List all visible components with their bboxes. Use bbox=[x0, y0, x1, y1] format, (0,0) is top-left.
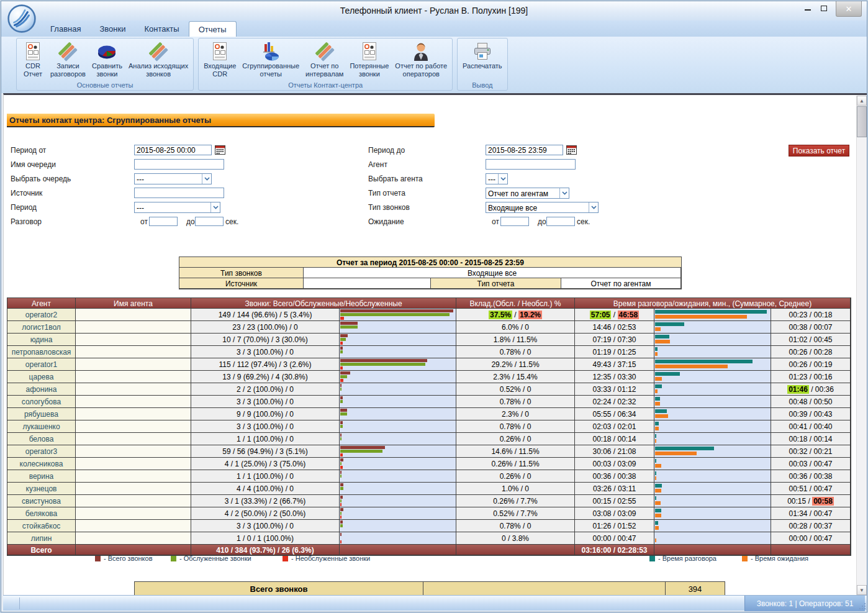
calls-bars-cell bbox=[340, 346, 456, 358]
report-type-select-label: Тип отчета bbox=[368, 189, 405, 198]
total-calls-label: Всего звонков bbox=[135, 582, 423, 596]
agent-cell[interactable]: рябушева bbox=[7, 408, 76, 420]
agent-cell[interactable]: белова bbox=[7, 433, 76, 445]
agent-cell[interactable]: operator1 bbox=[7, 358, 76, 371]
calendar-icon[interactable] bbox=[566, 145, 577, 155]
agent-name-cell bbox=[76, 420, 191, 433]
total-calls-bar bbox=[340, 421, 343, 424]
agent-cell[interactable]: логист1вол bbox=[7, 321, 76, 334]
agent-cell[interactable]: лукашенко bbox=[7, 420, 76, 433]
scroll-down-icon[interactable]: ▼ bbox=[857, 585, 867, 595]
ribbon-button-label: Потерянные звонки bbox=[350, 62, 389, 78]
call-type-select[interactable]: Входящие все bbox=[486, 202, 599, 213]
tab-calls[interactable]: Звонки bbox=[90, 21, 135, 37]
talk-range-from-input[interactable] bbox=[149, 217, 178, 226]
time-bars-cell bbox=[654, 408, 771, 420]
agent-cell[interactable]: царева bbox=[7, 371, 76, 383]
time-avg-cell: 01:23 / 00:16 bbox=[771, 371, 851, 383]
talk-time-bar bbox=[655, 521, 658, 525]
talk-time-bar bbox=[655, 347, 658, 351]
agent-name-input[interactable] bbox=[486, 159, 576, 170]
agent-cell[interactable]: кузнецов bbox=[7, 483, 76, 495]
agent-cell[interactable]: липин bbox=[7, 532, 76, 545]
talk-time-bar bbox=[655, 459, 656, 463]
tab-reports[interactable]: Отчеты bbox=[189, 21, 237, 37]
maximize-button[interactable] bbox=[816, 1, 832, 15]
talk-time-bar bbox=[655, 496, 656, 500]
legend-label: - Обслуженные звонки bbox=[179, 555, 251, 562]
agent-select[interactable]: --- bbox=[486, 173, 508, 184]
calls-bars-cell bbox=[340, 358, 456, 371]
served-calls-bar bbox=[340, 400, 343, 403]
legend-total-calls: - Всего звонков bbox=[95, 555, 152, 562]
agent-name-cell bbox=[76, 470, 191, 483]
ribbon-button-label: Отчет по работе операторов bbox=[395, 62, 447, 78]
ribbon-button-grouped-reports[interactable]: Сгруппированные отчеты bbox=[239, 40, 302, 81]
agent-cell[interactable]: сологубова bbox=[7, 396, 76, 408]
period-to-input[interactable]: 2015-08-25 23:59 bbox=[486, 145, 563, 155]
minimize-button[interactable] bbox=[800, 1, 816, 15]
agent-cell[interactable]: юдина bbox=[7, 334, 76, 346]
ribbon-group-label: Отчеты Контакт-центра bbox=[199, 81, 452, 90]
scrollbar-thumb[interactable] bbox=[857, 106, 867, 137]
agent-name-cell bbox=[76, 408, 191, 420]
time-sum-cell: 12:35 / 03:30 bbox=[575, 371, 654, 383]
agent-cell[interactable]: петропавловская bbox=[7, 346, 76, 358]
section-header: Отчеты контакт центра: Сгруппированные о… bbox=[7, 114, 435, 127]
agent-name-cell bbox=[76, 445, 191, 458]
time-bars-cell bbox=[654, 532, 771, 545]
ribbon-button-outgoing-calls-analysis[interactable]: Анализ исходящих звонков bbox=[125, 40, 191, 81]
show-report-button[interactable]: Показать отчет bbox=[789, 145, 849, 157]
calendar-icon[interactable] bbox=[215, 145, 225, 155]
total-calls-bar bbox=[340, 446, 385, 449]
wait-range-to-input[interactable] bbox=[546, 217, 575, 226]
ribbon-button-interval-report[interactable]: Отчет по интервалам bbox=[302, 40, 346, 81]
total-calls-bars bbox=[340, 545, 456, 555]
legend-total-calls-swatch-icon bbox=[95, 556, 101, 561]
tab-contacts[interactable]: Контакты bbox=[135, 21, 188, 37]
agent-cell[interactable]: operator3 bbox=[7, 445, 76, 458]
total-calls-bar bbox=[340, 396, 343, 399]
time-sum-cell: 02:24 / 02:32 bbox=[575, 396, 654, 408]
talk-range-to-input[interactable] bbox=[195, 217, 224, 226]
ribbon-button-lost-calls[interactable]: Потерянные звонки bbox=[346, 40, 392, 81]
calls-bars-cell bbox=[340, 532, 456, 545]
wait-range-unit-label: сек. bbox=[577, 217, 590, 226]
time-avg-cell: 00:41 / 00:40 bbox=[771, 420, 851, 433]
agent-cell[interactable]: верина bbox=[7, 470, 76, 483]
agent-cell[interactable]: колесникова bbox=[7, 458, 76, 470]
total-time-cell: 03:16:00 / 02:28:53 bbox=[575, 545, 654, 555]
ribbon-button-call-records[interactable]: Записи разговоров bbox=[47, 40, 89, 81]
summary-call-type-value: Входящие все bbox=[304, 268, 681, 278]
chevron-down-icon bbox=[589, 202, 598, 212]
ribbon-button-print[interactable]: Распечатать bbox=[459, 40, 505, 81]
agent-cell[interactable]: operator2 bbox=[7, 309, 76, 321]
agent-cell[interactable]: стойка6кос bbox=[7, 520, 76, 532]
period-select[interactable]: --- bbox=[134, 202, 220, 213]
resize-grip-icon[interactable] bbox=[859, 602, 867, 610]
queue-select[interactable]: --- bbox=[134, 173, 212, 184]
calls-count-cell: 3 / 3 (100.0%) / 0 bbox=[191, 396, 340, 408]
ribbon-button-operators-work-report[interactable]: Отчет по работе операторов bbox=[392, 40, 450, 81]
vertical-scrollbar[interactable]: ▲ ▼ bbox=[856, 96, 867, 595]
agent-cell[interactable]: афонина bbox=[7, 383, 76, 396]
ribbon-button-cdr-report[interactable]: CDR Отчет bbox=[19, 40, 47, 81]
wait-range-from-input[interactable] bbox=[500, 217, 529, 226]
period-from-input[interactable]: 2015-08-25 00:00 bbox=[134, 145, 212, 155]
total-calls-bar bbox=[340, 334, 348, 337]
summary-period-title: Отчет за период 2015-08-25 00:00 - 2015-… bbox=[179, 257, 681, 268]
scroll-up-icon[interactable]: ▲ bbox=[857, 96, 867, 106]
queue-name-input[interactable] bbox=[134, 159, 224, 170]
close-button[interactable]: ✕ bbox=[836, 1, 862, 17]
ribbon-button-compare-calls[interactable]: Сравнить звонки bbox=[89, 40, 125, 81]
agent-cell[interactable]: свистунова bbox=[7, 495, 76, 507]
source-input[interactable] bbox=[134, 188, 224, 198]
report-type-select[interactable]: Отчет по агентам bbox=[486, 188, 569, 199]
agent-cell[interactable]: белякова bbox=[7, 507, 76, 520]
wait-time-bar bbox=[655, 439, 656, 443]
unserved-calls-bar bbox=[340, 342, 343, 345]
tab-home[interactable]: Главная bbox=[41, 21, 90, 37]
chevron-down-icon bbox=[202, 174, 211, 184]
minimize-icon bbox=[805, 9, 811, 11]
ribbon-button-incoming-cdr[interactable]: Входящие CDR bbox=[201, 40, 239, 81]
